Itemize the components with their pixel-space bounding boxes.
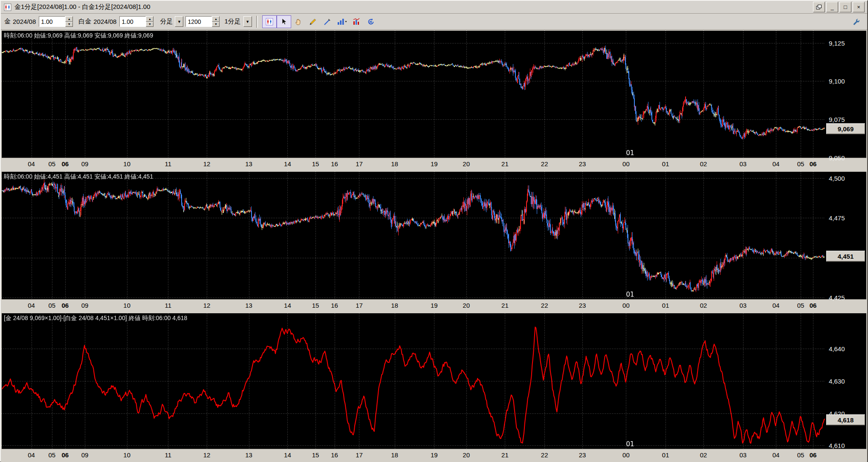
pencil-icon: [309, 17, 317, 26]
gold-price-axis: 9,069 9,1259,1009,0759,050: [825, 31, 866, 158]
x-axis-label: 17: [356, 300, 363, 312]
platinum-multiplier-up-button[interactable]: ▲: [146, 16, 153, 22]
x-axis-label: 04: [773, 158, 780, 170]
bar-count-up-button[interactable]: ▲: [212, 16, 220, 22]
platinum-price-axis: 4,451 4,5004,4754,425: [825, 172, 866, 299]
platinum-month[interactable]: 2024/08: [93, 18, 116, 25]
x-axis-label: 01: [662, 449, 669, 461]
x-axis-label: 02: [700, 449, 707, 461]
pencil-button[interactable]: [306, 15, 320, 28]
x-axis-label: 18: [391, 449, 398, 461]
x-axis-label: 16: [331, 449, 338, 461]
x-axis-label: 01: [662, 158, 669, 170]
platinum-multiplier-input[interactable]: [119, 16, 146, 27]
x-axis-label: 05: [797, 449, 804, 461]
chart-style-icon: [352, 17, 361, 26]
y-axis-label: 9,075: [829, 116, 845, 123]
title-bar[interactable]: 金1分足[2024/08]1.00 - 白金1分足[2024/08]1.00 _…: [1, 1, 867, 14]
x-axis-label: 05: [797, 158, 804, 170]
toolbar-separator: [256, 16, 258, 28]
timeframe-combo[interactable]: 1分足 ▼: [222, 16, 252, 27]
close-button[interactable]: ×: [853, 2, 865, 12]
x-axis-label: 04: [28, 300, 35, 312]
x-axis-label: 10: [123, 158, 130, 170]
gold-plot-area[interactable]: 時刻:06:00 始値:9,069 高値:9,069 安値:9,069 終値:9…: [2, 31, 825, 158]
gold-chart-canvas: [2, 31, 825, 158]
spread-last-price-badge: 4,618: [826, 414, 865, 425]
trendline-button[interactable]: [320, 15, 335, 28]
x-axis-label: 21: [501, 158, 509, 170]
y-axis-label: 4,640: [829, 345, 845, 352]
x-axis-label: 06: [61, 300, 69, 312]
x-axis-label: 23: [579, 300, 586, 312]
gold-chart-panel: 時刻:06:00 始値:9,069 高値:9,069 安値:9,069 終値:9…: [2, 31, 866, 170]
bar-count-spinner: ▲ ▼: [185, 16, 220, 27]
interval-dropdown-button[interactable]: ▼: [175, 16, 183, 27]
settings-wrench-button[interactable]: [849, 15, 864, 28]
x-axis-label: 13: [245, 449, 252, 461]
platinum-multiplier-spinner: ▲ ▼: [119, 16, 153, 27]
x-axis-label: 23: [579, 449, 586, 461]
x-axis-label: 14: [284, 300, 291, 312]
y-axis-label: 9,050: [829, 154, 845, 162]
platinum-plot-area[interactable]: 時刻:06:00 始値:4,451 高値:4,451 安値:4,451 終値:4…: [2, 172, 825, 299]
x-axis-label: 12: [203, 158, 211, 170]
x-axis-label: 04: [773, 449, 780, 461]
x-axis-label: 05: [49, 449, 56, 461]
chart-type-button[interactable]: [262, 15, 277, 28]
y-axis-label: 9,100: [829, 78, 845, 85]
gold-last-price-badge: 9,069: [826, 123, 865, 134]
chart-style-button[interactable]: [349, 15, 364, 28]
indicator-bars-button[interactable]: [335, 15, 349, 28]
x-axis-label: 06: [810, 158, 817, 170]
gold-multiplier-input[interactable]: [39, 16, 65, 27]
popout-button[interactable]: [813, 2, 825, 12]
gold-label: 金: [4, 17, 11, 26]
x-axis-label: 11: [165, 158, 171, 170]
platinum-multiplier-down-button[interactable]: ▼: [146, 22, 153, 27]
x-axis-label: 15: [312, 300, 319, 312]
maximize-button[interactable]: □: [839, 2, 851, 12]
timeframe-dropdown-button[interactable]: ▼: [243, 16, 252, 27]
x-axis-label: 20: [463, 158, 470, 170]
x-axis-label: 17: [356, 158, 363, 170]
x-axis-label: 06: [61, 158, 69, 170]
platinum-chart-panel: 時刻:06:00 始値:4,451 高値:4,451 安値:4,451 終値:4…: [2, 172, 866, 312]
platinum-label: 白金: [78, 17, 91, 26]
x-axis-label: 04: [28, 449, 35, 461]
hand-icon: [294, 17, 303, 26]
gold-multiplier-up-button[interactable]: ▲: [65, 16, 73, 22]
window-title: 金1分足[2024/08]1.00 - 白金1分足[2024/08]1.00: [14, 3, 812, 11]
x-axis-label: 00: [622, 300, 630, 312]
reload-button[interactable]: R: [364, 15, 378, 28]
x-axis-label: 10: [123, 449, 130, 461]
x-axis-label: 06: [810, 449, 817, 461]
x-axis-label: 21: [501, 300, 509, 312]
pan-hand-button[interactable]: [291, 15, 306, 28]
app-icon: [3, 3, 12, 12]
spread-time-axis: 0405060910111213141516171819202122230001…: [2, 449, 866, 462]
x-axis-label: 18: [391, 300, 398, 312]
x-axis-label: 05: [797, 300, 804, 312]
svg-text:R: R: [369, 20, 372, 24]
x-axis-label: 09: [81, 158, 89, 170]
spread-chart-panel: [金 24/08 9,069×1.00]-[白金 24/08 4,451×1.0…: [2, 313, 866, 462]
spread-plot-area[interactable]: [金 24/08 9,069×1.00]-[白金 24/08 4,451×1.0…: [2, 313, 825, 449]
x-axis-label: 00: [622, 449, 630, 461]
spread-chart-canvas: [2, 313, 825, 449]
minimize-button[interactable]: _: [826, 2, 838, 12]
bar-count-input[interactable]: [185, 16, 212, 27]
y-axis-label: 9,125: [829, 39, 845, 46]
gold-time-axis: 0405060910111213141516171819202122230001…: [2, 158, 866, 170]
bar-count-down-button[interactable]: ▼: [212, 22, 220, 27]
interval-label: 分足: [160, 17, 173, 26]
timeframe-value: 1分足: [222, 17, 243, 26]
x-axis-label: 13: [245, 158, 252, 170]
gold-multiplier-down-button[interactable]: ▼: [65, 22, 73, 27]
select-cursor-button[interactable]: [277, 15, 291, 28]
x-axis-label: 21: [501, 449, 509, 461]
x-axis-label: 05: [49, 158, 56, 170]
x-axis-label: 15: [312, 158, 319, 170]
gold-month[interactable]: 2024/08: [13, 18, 36, 25]
x-axis-label: 15: [312, 449, 319, 461]
